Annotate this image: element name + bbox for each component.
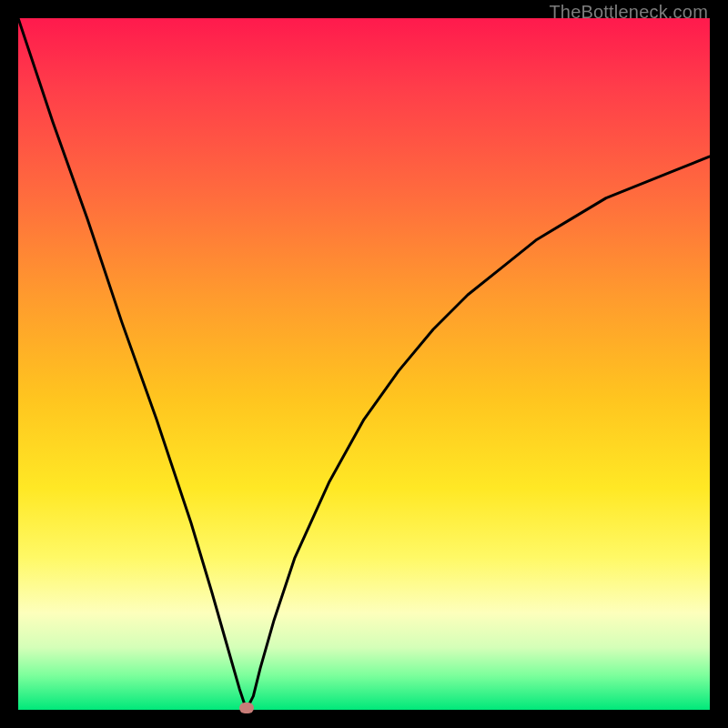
optimal-point-marker (239, 703, 254, 713)
watermark-text: TheBottleneck.com (549, 2, 708, 23)
chart-frame (18, 18, 710, 710)
bottleneck-curve (18, 18, 710, 710)
